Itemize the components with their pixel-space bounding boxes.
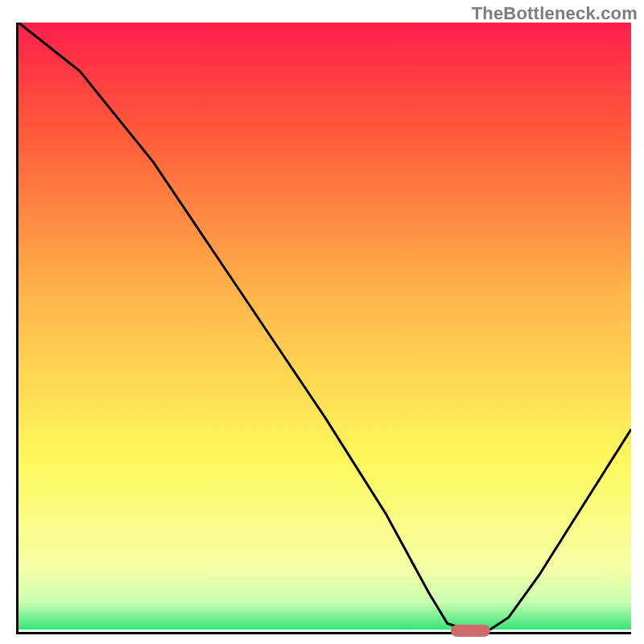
- gradient-background: [19, 23, 631, 630]
- plot-svg: [19, 23, 631, 632]
- chart-container: TheBottleneck.com: [0, 0, 644, 644]
- optimal-marker: [451, 625, 491, 637]
- plot-area: [16, 23, 631, 634]
- watermark-text: TheBottleneck.com: [472, 3, 638, 24]
